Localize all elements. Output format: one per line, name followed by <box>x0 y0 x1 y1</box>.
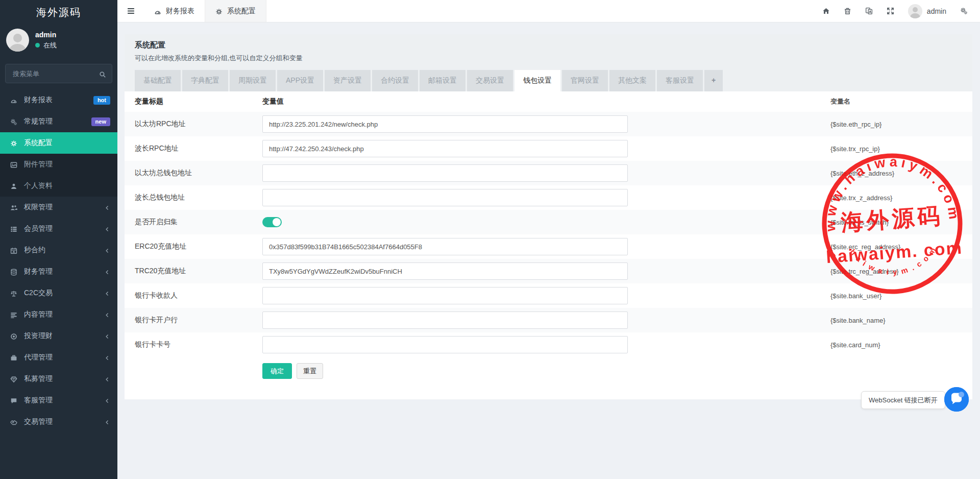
topbar-user-menu[interactable]: admin <box>908 4 946 18</box>
handshake-icon <box>10 418 17 426</box>
row-var-name: {$site.bank_user} <box>830 292 962 300</box>
gear-icon <box>215 7 223 15</box>
eth-wallet-input[interactable] <box>262 164 628 182</box>
sidebar-item-attachment-manage[interactable]: 附件管理 <box>0 154 117 175</box>
row-var-name: {$site.trx_is_switch} <box>830 219 962 226</box>
row-var-name: {$site.trx_rpc_ip} <box>830 145 962 153</box>
trx-rpc-input[interactable] <box>262 140 628 157</box>
sidebar-item-general-manage[interactable]: 常规管理 new <box>0 111 117 132</box>
eth-rpc-input[interactable] <box>262 115 628 133</box>
chat-widget-button[interactable] <box>944 387 969 412</box>
col-header-value: 变量值 <box>262 97 628 106</box>
collection-toggle[interactable] <box>262 217 282 227</box>
language-button[interactable] <box>865 7 873 15</box>
users-icon <box>10 203 17 211</box>
table-row: 以太坊RPC地址 {$site.eth_rpc_ip} <box>125 112 972 136</box>
sidebar-toggle-button[interactable] <box>117 0 144 22</box>
sidebar-item-agent-manage[interactable]: 代理管理 <box>0 347 117 368</box>
user-panel: admin 在线 <box>0 25 117 59</box>
sidebar-item-label: 常规管理 <box>24 117 53 126</box>
sidebar-item-label: 秒合约 <box>24 246 45 255</box>
briefcase-icon <box>10 353 17 362</box>
tab-wallet-settings[interactable]: 钱包设置 <box>514 70 560 91</box>
tab-other-copy[interactable]: 其他文案 <box>609 70 655 91</box>
tab-basic-config[interactable]: 基础配置 <box>135 70 181 91</box>
tab-dict-config[interactable]: 字典配置 <box>182 70 228 91</box>
home-button[interactable] <box>822 7 830 15</box>
table-row: TRC20充值地址 {$site.trc_reg_address} <box>125 259 972 283</box>
card-header: 系统配置 可以在此增改系统的变量和分组,也可以自定义分组和变量 基础配置 字典配… <box>125 34 972 91</box>
topbar-tab-finance-report[interactable]: 财务报表 <box>144 0 205 22</box>
table-header-row: 变量标题 变量值 变量名 <box>125 91 972 112</box>
circle-dot-icon <box>10 332 17 340</box>
sidebar-item-label: C2C交易 <box>24 289 53 298</box>
row-label: 波长总钱包地址 <box>135 193 262 202</box>
tab-website-settings[interactable]: 官网设置 <box>562 70 608 91</box>
sidebar-item-second-contract[interactable]: 秒合约 <box>0 240 117 261</box>
erc20-address-input[interactable] <box>262 238 628 255</box>
scale-icon <box>10 289 17 297</box>
dashboard-icon <box>10 96 17 104</box>
sidebar-item-finance-report[interactable]: 财务报表 hot <box>0 89 117 111</box>
table-row: 波长总钱包地址 {$site.trx_z_address} <box>125 185 972 210</box>
sidebar-search <box>5 64 112 83</box>
fullscreen-button[interactable] <box>887 7 894 15</box>
card-num-input[interactable] <box>262 336 628 353</box>
sidebar: 海外源码 admin 在线 财务报表 hot 常规管理 new 系 <box>0 0 117 479</box>
bank-user-input[interactable] <box>262 287 628 304</box>
reset-button[interactable]: 重置 <box>297 363 323 379</box>
add-tab-button[interactable]: + <box>704 70 723 91</box>
chevron-left-icon <box>105 396 110 404</box>
row-label: 波长RPC地址 <box>135 144 262 153</box>
align-left-icon <box>10 310 17 319</box>
tab-trade-settings[interactable]: 交易设置 <box>467 70 513 91</box>
online-status-label: 在线 <box>43 41 57 50</box>
sidebar-item-private-placement[interactable]: 私募管理 <box>0 368 117 390</box>
trx-wallet-input[interactable] <box>262 189 628 206</box>
trc20-address-input[interactable] <box>262 262 628 280</box>
form-actions: 确定 重置 <box>125 357 972 379</box>
topbar-tab-system-config[interactable]: 系统配置 <box>205 0 266 22</box>
sidebar-item-finance-manage[interactable]: 财务管理 <box>0 261 117 282</box>
sidebar-item-trade-manage[interactable]: 交易管理 <box>0 411 117 433</box>
image-icon <box>10 160 17 169</box>
table-row: 银行卡卡号 {$site.card_num} <box>125 332 972 357</box>
sidebar-item-label: 代理管理 <box>24 353 53 362</box>
settings-cogs-button[interactable] <box>960 7 968 15</box>
bank-name-input[interactable] <box>262 312 628 329</box>
search-icon[interactable] <box>99 69 106 79</box>
submit-button[interactable]: 确定 <box>262 363 292 379</box>
comment-icon <box>10 396 17 404</box>
clear-cache-button[interactable] <box>844 7 851 15</box>
sidebar-item-permission-manage[interactable]: 权限管理 <box>0 197 117 218</box>
sidebar-item-label: 个人资料 <box>24 181 53 190</box>
sidebar-item-profile[interactable]: 个人资料 <box>0 175 117 197</box>
tab-mail-settings[interactable]: 邮箱设置 <box>420 70 465 91</box>
tab-period-settings[interactable]: 周期设置 <box>230 70 276 91</box>
sidebar-item-member-manage[interactable]: 会员管理 <box>0 218 117 240</box>
toggle-knob <box>273 218 281 226</box>
sidebar-item-label: 财务报表 <box>24 95 53 105</box>
tab-app-settings[interactable]: APP设置 <box>277 70 323 91</box>
col-header-name: 变量名 <box>830 97 962 106</box>
row-var-name: {$site.trc_reg_address} <box>830 268 962 275</box>
sidebar-item-content-manage[interactable]: 内容管理 <box>0 304 117 325</box>
search-input[interactable] <box>5 64 112 83</box>
sidebar-menu: 财务报表 hot 常规管理 new 系统配置 附件管理 个人资料 权限管理 <box>0 89 117 433</box>
tab-contract-settings[interactable]: 合约设置 <box>372 70 418 91</box>
row-label: 银行卡开户行 <box>135 316 262 325</box>
table-row: 是否开启归集 {$site.trx_is_switch} <box>125 210 972 234</box>
table-row: 银行卡开户行 {$site.bank_name} <box>125 308 972 332</box>
page-subtitle: 可以在此增改系统的变量和分组,也可以自定义分组和变量 <box>135 54 962 63</box>
tab-service-settings[interactable]: 客服设置 <box>657 70 703 91</box>
sidebar-item-system-config[interactable]: 系统配置 <box>0 132 117 154</box>
sidebar-item-label: 附件管理 <box>24 160 53 169</box>
calendar-icon <box>10 246 17 254</box>
sidebar-item-label: 权限管理 <box>24 203 53 212</box>
sidebar-item-customer-service[interactable]: 客服管理 <box>0 390 117 411</box>
tab-asset-settings[interactable]: 资产设置 <box>325 70 371 91</box>
sidebar-item-c2c-trade[interactable]: C2C交易 <box>0 282 117 304</box>
sidebar-item-label: 投资理财 <box>24 331 53 341</box>
sidebar-item-investment[interactable]: 投资理财 <box>0 325 117 347</box>
list-icon <box>10 225 17 233</box>
